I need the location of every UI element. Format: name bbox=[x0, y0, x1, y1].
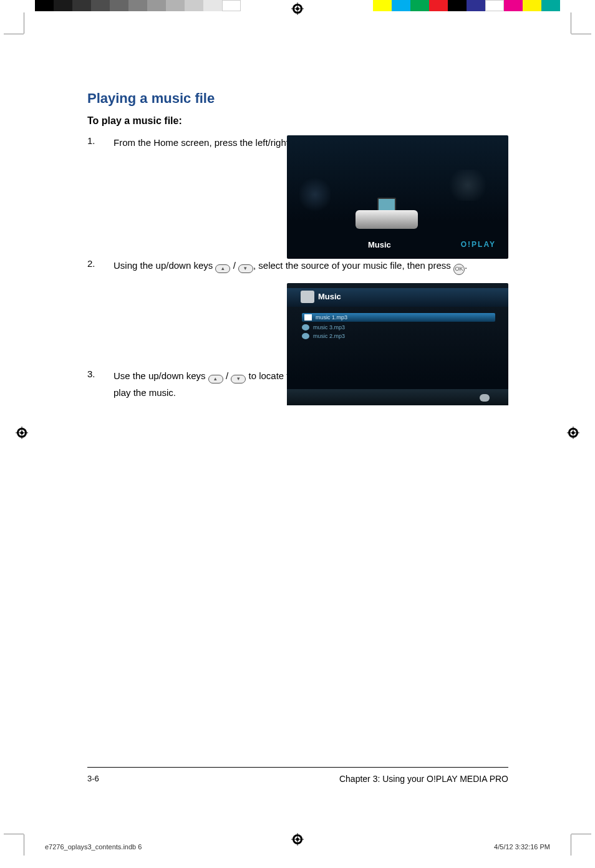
page: Playing a music file To play a music fil… bbox=[34, 34, 561, 834]
crop-mark bbox=[24, 12, 24, 34]
crop-mark bbox=[571, 12, 571, 34]
step-number: 3. bbox=[87, 369, 114, 400]
text: / bbox=[233, 260, 238, 271]
list-item: music 2.mp3 bbox=[302, 332, 345, 340]
text: up/down keys bbox=[156, 260, 213, 271]
grayscale-swatches bbox=[35, 0, 241, 11]
player-screen bbox=[377, 198, 396, 211]
folder-icon bbox=[301, 291, 314, 303]
page-footer: 3-6 Chapter 3: Using your O!PLAY MEDIA P… bbox=[87, 767, 508, 784]
svg-point-4 bbox=[296, 7, 299, 11]
section-heading: Playing a music file bbox=[87, 90, 508, 107]
registration-mark-icon bbox=[291, 2, 304, 17]
section-subheading: To play a music file: bbox=[87, 115, 508, 127]
down-key-icon: ▾ bbox=[238, 264, 253, 273]
back-button-icon bbox=[480, 394, 490, 402]
ok-button-icon: OK bbox=[453, 264, 465, 275]
crop-mark bbox=[571, 34, 591, 34]
crop-mark bbox=[571, 834, 571, 856]
music-note-icon bbox=[302, 333, 309, 339]
screenshot-music-label: Music bbox=[368, 240, 391, 249]
list-item: music 3.mp3 bbox=[302, 323, 345, 332]
content-area: Playing a music file To play a music fil… bbox=[87, 90, 508, 413]
step-2: 2. Using the up/down keys ▴ / ▾, select … bbox=[87, 258, 508, 275]
svg-point-14 bbox=[572, 432, 575, 435]
crop-mark bbox=[24, 834, 24, 856]
up-key-icon: ▴ bbox=[208, 375, 223, 383]
svg-point-19 bbox=[296, 838, 299, 841]
media-player-illustration bbox=[356, 195, 418, 229]
text: Using the bbox=[114, 260, 156, 271]
up-key-icon: ▴ bbox=[215, 264, 230, 273]
crop-mark bbox=[4, 34, 24, 34]
player-body bbox=[356, 210, 418, 229]
list-item-label: music 1.mp3 bbox=[316, 314, 347, 321]
registration-mark-icon bbox=[567, 427, 579, 441]
chapter-title: Chapter 3: Using your O!PLAY MEDIA PRO bbox=[339, 774, 508, 784]
list-item: music 1.mp3 bbox=[302, 313, 495, 322]
step-number: 1. bbox=[87, 135, 114, 152]
text: , select the source of your music file, … bbox=[253, 260, 453, 271]
file-icon bbox=[304, 314, 312, 321]
page-number: 3-6 bbox=[87, 774, 99, 784]
screenshot-header-text: Music bbox=[318, 292, 341, 301]
text: Use the bbox=[114, 370, 148, 381]
print-job-footer: e7276_oplays3_contents.indb 6 4/5/12 3:3… bbox=[45, 843, 550, 851]
text: . bbox=[465, 260, 467, 271]
list-item-label: music 2.mp3 bbox=[313, 333, 345, 339]
text: play the music. bbox=[114, 387, 176, 398]
text: From the Home screen, press the left/rig… bbox=[114, 137, 313, 148]
decorative-blur bbox=[446, 170, 490, 201]
decorative-blur bbox=[299, 176, 331, 213]
text: / bbox=[226, 370, 231, 381]
print-marks-top bbox=[0, 0, 595, 14]
print-timestamp: 4/5/12 3:32:16 PM bbox=[494, 843, 550, 851]
step-number: 2. bbox=[87, 258, 114, 275]
down-key-icon: ▾ bbox=[231, 375, 246, 383]
list-item-label: music 3.mp3 bbox=[313, 324, 345, 330]
steps-block: Music O!PLAY Music music 1.mp3 music 3.m… bbox=[87, 135, 508, 400]
crop-mark bbox=[571, 834, 591, 834]
screenshot-home-music: Music O!PLAY bbox=[287, 135, 508, 259]
music-note-icon bbox=[302, 324, 309, 330]
brand-logo-text: O!PLAY bbox=[461, 240, 496, 249]
color-swatches bbox=[373, 0, 560, 11]
screenshot-music-list: Music music 1.mp3 music 3.mp3 music 2.mp… bbox=[287, 283, 508, 405]
crop-mark bbox=[4, 834, 24, 834]
svg-point-9 bbox=[21, 432, 24, 435]
screenshot-footer-bar bbox=[287, 389, 508, 405]
text: up/down keys bbox=[148, 370, 206, 381]
step-text: Using the up/down keys ▴ / ▾, select the… bbox=[114, 258, 508, 275]
print-file-name: e7276_oplays3_contents.indb 6 bbox=[45, 843, 142, 851]
registration-mark-icon bbox=[16, 427, 28, 441]
